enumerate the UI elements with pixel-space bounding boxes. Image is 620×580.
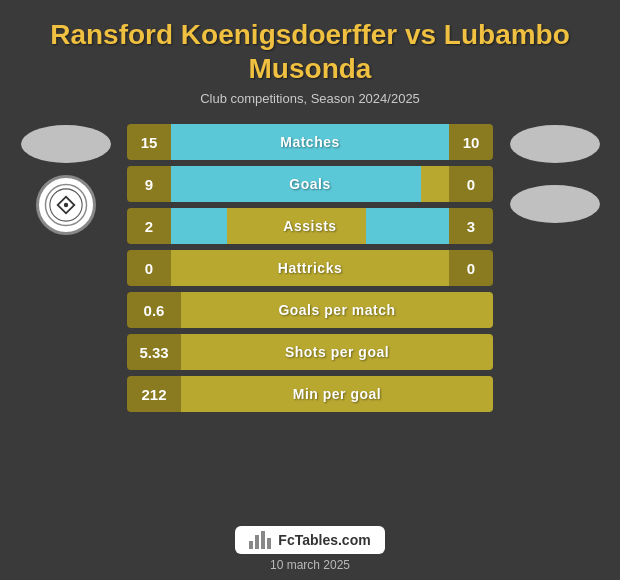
subtitle: Club competitions, Season 2024/2025 [30, 91, 590, 106]
stat-left-val-assists: 2 [127, 208, 171, 244]
left-team-logo [36, 175, 96, 235]
stat-right-val-assists: 3 [449, 208, 493, 244]
bar4 [267, 538, 271, 549]
stat-bar-min-per-goal: Min per goal [181, 376, 493, 412]
stat-bar-hattricks: Hattricks [171, 250, 449, 286]
stats-area: 15 Matches 10 9 Goals 0 2 Assists 3 [123, 124, 497, 412]
bar3 [261, 531, 265, 549]
stat-label-min-per-goal: Min per goal [181, 376, 493, 412]
stat-row-shots-per-goal: 5.33 Shots per goal [127, 334, 493, 370]
right-side [497, 122, 612, 223]
header: Ransford Koenigsdoerffer vs Lubambo Muso… [0, 0, 620, 118]
right-team-oval-2 [510, 185, 600, 223]
page-title: Ransford Koenigsdoerffer vs Lubambo Muso… [30, 18, 590, 85]
bar-chart-icon [249, 531, 271, 549]
stat-bar-assists: Assists [171, 208, 449, 244]
left-team-oval [21, 125, 111, 163]
stat-left-val-shots-per-goal: 5.33 [127, 334, 181, 370]
main-area: 15 Matches 10 9 Goals 0 2 Assists 3 [0, 122, 620, 520]
stat-bar-goals: Goals [171, 166, 449, 202]
stat-label-hattricks: Hattricks [171, 250, 449, 286]
right-team-oval-1 [510, 125, 600, 163]
stat-bar-shots-per-goal: Shots per goal [181, 334, 493, 370]
stat-label-goals: Goals [171, 166, 449, 202]
stat-left-val-hattricks: 0 [127, 250, 171, 286]
stat-row-goals-per-match: 0.6 Goals per match [127, 292, 493, 328]
stat-left-val-goals-per-match: 0.6 [127, 292, 181, 328]
stat-row-min-per-goal: 212 Min per goal [127, 376, 493, 412]
stat-label-assists: Assists [171, 208, 449, 244]
stat-bar-goals-per-match: Goals per match [181, 292, 493, 328]
stat-row-goals: 9 Goals 0 [127, 166, 493, 202]
left-side [8, 122, 123, 235]
stat-row-assists: 2 Assists 3 [127, 208, 493, 244]
stat-label-matches: Matches [171, 124, 449, 160]
fctables-text: FcTables.com [278, 532, 370, 548]
footer-logo-area: FcTables.com [0, 520, 620, 556]
stat-right-val-hattricks: 0 [449, 250, 493, 286]
stat-row-matches: 15 Matches 10 [127, 124, 493, 160]
stat-left-val-goals: 9 [127, 166, 171, 202]
bar2 [255, 535, 259, 549]
stat-right-val-matches: 10 [449, 124, 493, 160]
date-footer: 10 march 2025 [270, 556, 350, 580]
stat-left-val-matches: 15 [127, 124, 171, 160]
stat-row-hattricks: 0 Hattricks 0 [127, 250, 493, 286]
fctables-badge: FcTables.com [235, 526, 384, 554]
svg-point-3 [63, 203, 67, 207]
stat-right-val-goals: 0 [449, 166, 493, 202]
stat-label-goals-per-match: Goals per match [181, 292, 493, 328]
stat-bar-matches: Matches [171, 124, 449, 160]
stat-left-val-min-per-goal: 212 [127, 376, 181, 412]
stat-label-shots-per-goal: Shots per goal [181, 334, 493, 370]
bar1 [249, 541, 253, 549]
